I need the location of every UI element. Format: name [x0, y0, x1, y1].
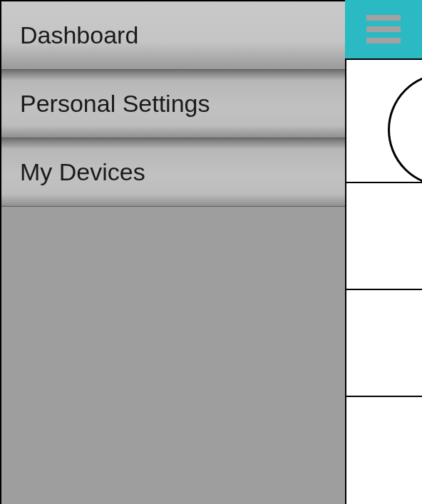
content-cell [346, 182, 422, 289]
menu-item-label: My Devices [20, 158, 145, 186]
hamburger-icon [366, 15, 401, 43]
menu-item-personal-settings[interactable]: Personal Settings [1, 70, 345, 138]
clock-face [388, 73, 422, 187]
menu-item-label: Personal Settings [20, 90, 210, 118]
app-frame: Dashboard Personal Settings My Devices [0, 0, 422, 504]
menu-item-dashboard[interactable]: Dashboard [1, 1, 345, 70]
menu-item-label: Dashboard [20, 21, 138, 49]
content-cell [346, 289, 422, 396]
menu-toggle-button[interactable] [345, 0, 422, 58]
menu-item-my-devices[interactable]: My Devices [1, 138, 345, 207]
content-cell [346, 58, 422, 182]
main-content-column [345, 0, 422, 504]
navigation-drawer: Dashboard Personal Settings My Devices [0, 0, 345, 504]
content-cell [346, 396, 422, 504]
